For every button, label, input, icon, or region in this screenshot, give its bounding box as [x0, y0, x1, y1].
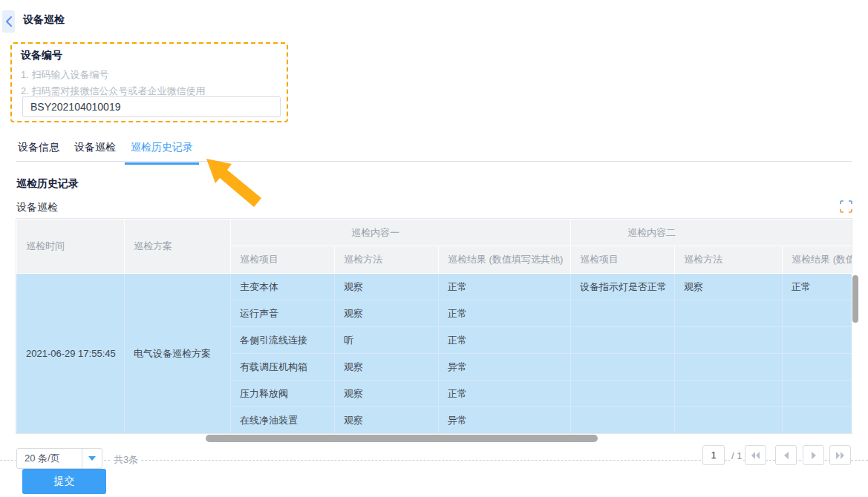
table-scroll-viewport: 巡检时间 巡检方案 巡检内容一 巡检内容二 巡检项目 巡检方法 巡检结果 (数值…: [16, 219, 852, 433]
previous-page-button[interactable]: [775, 445, 797, 465]
fullscreen-icon[interactable]: [840, 200, 852, 213]
page-title: 设备巡检: [23, 13, 65, 27]
cell-c2-method: [675, 354, 783, 381]
cell-c2-item: 设备指示灯是否正常: [571, 274, 675, 300]
cell-c2-item: [571, 407, 675, 434]
horizontal-scrollbar-track: [16, 434, 852, 443]
col-header-plan: 巡检方案: [125, 220, 231, 274]
page-size-dropdown-button[interactable]: [82, 449, 102, 468]
cell-c2-item: [571, 300, 675, 327]
inspection-table-body: 2021-06-29 17:55:45电气设备巡检方案主变本体观察正常设备指示灯…: [17, 274, 852, 434]
group-header-content2: 巡检内容二: [571, 220, 852, 246]
page-size-select[interactable]: 20 条/页: [16, 448, 102, 469]
cell-c1-result: 异常: [439, 354, 571, 381]
section-heading: 巡检历史记录: [16, 177, 79, 191]
cell-c2-result: [783, 300, 852, 327]
last-page-button[interactable]: [829, 445, 851, 465]
device-hint-1: 1. 扫码输入设备编号: [21, 68, 108, 82]
cell-c1-method: 观察: [335, 381, 439, 407]
cell-c1-result: 正常: [439, 300, 571, 327]
cell-c1-method: 观察: [335, 407, 439, 434]
cell-c1-result: 正常: [439, 327, 571, 354]
inspection-history-table: 巡检时间 巡检方案 巡检内容一 巡检内容二 巡检项目 巡检方法 巡检结果 (数值…: [16, 219, 852, 433]
col-header-time: 巡检时间: [17, 220, 125, 274]
cell-c1-item: 在线净油装置: [231, 407, 335, 434]
page-number-input[interactable]: [702, 445, 725, 465]
double-chevron-left-icon: [751, 452, 760, 459]
submit-button[interactable]: 提交: [22, 469, 106, 494]
first-page-button[interactable]: [745, 445, 766, 465]
cell-c2-result: 正常: [783, 274, 852, 300]
cell-time: 2021-06-29 17:55:45: [17, 274, 125, 434]
cell-c2-method: [675, 381, 783, 407]
next-page-button[interactable]: [803, 445, 824, 465]
device-number-label: 设备编号: [21, 49, 62, 62]
cell-c2-result: [783, 354, 852, 381]
cell-c1-item: 主变本体: [231, 274, 335, 300]
cell-c1-result: 正常: [439, 274, 571, 300]
cell-plan: 电气设备巡检方案: [125, 274, 231, 434]
cell-c1-method: 观察: [335, 300, 439, 327]
table-row: 2021-06-29 17:55:45电气设备巡检方案主变本体观察正常设备指示灯…: [17, 274, 852, 300]
double-chevron-right-icon: [835, 452, 845, 459]
cell-c1-item: 各侧引流线连接: [231, 327, 335, 354]
cell-c1-item: 有载调压机构箱: [231, 354, 335, 381]
device-number-input[interactable]: [22, 96, 281, 117]
vertical-scrollbar-thumb[interactable]: [852, 275, 858, 323]
section-subheading: 设备巡检: [16, 201, 58, 214]
chevron-left-icon: [5, 16, 13, 27]
col-header-method-2: 巡检方法: [675, 246, 783, 274]
cell-c1-method: 听: [335, 327, 439, 354]
table-group-header-row: 巡检时间 巡检方案 巡检内容一 巡检内容二: [17, 220, 852, 246]
cell-c2-method: [675, 407, 783, 434]
vertical-scrollbar-track: [852, 273, 859, 433]
back-button[interactable]: [2, 10, 15, 33]
page-total-label: / 1: [730, 450, 743, 461]
cell-c1-result: 正常: [439, 381, 571, 407]
cell-c2-method: 观察: [675, 274, 783, 300]
col-header-result-1: 巡检结果 (数值填写选其他): [439, 246, 571, 274]
col-header-method-1: 巡检方法: [335, 246, 439, 274]
cell-c2-result: [783, 381, 852, 407]
cell-c1-method: 观察: [335, 274, 439, 300]
cell-c2-result: [783, 407, 852, 434]
cell-c1-item: 压力释放阀: [231, 381, 335, 407]
device-inspection-page: 设备巡检 设备编号 1. 扫码输入设备编号 2. 扫码需对接微信公众号或者企业微…: [0, 0, 868, 497]
cell-c2-item: [571, 354, 675, 381]
cell-c2-item: [571, 327, 675, 354]
cell-c1-method: 观察: [335, 354, 439, 381]
cell-c2-result: [783, 327, 852, 354]
caret-down-icon: [88, 456, 96, 461]
cell-c2-method: [675, 327, 783, 354]
chevron-left-icon: [783, 452, 789, 459]
horizontal-scrollbar-thumb[interactable]: [206, 435, 598, 442]
chevron-right-icon: [811, 452, 817, 459]
col-header-item-2: 巡检项目: [571, 246, 675, 274]
tabs-divider: [16, 161, 852, 162]
col-header-item-1: 巡检项目: [231, 246, 335, 274]
page-size-value: 20 条/页: [17, 452, 82, 465]
inspection-history-table-area: 巡检时间 巡检方案 巡检内容一 巡检内容二 巡检项目 巡检方法 巡检结果 (数值…: [16, 219, 859, 443]
col-header-result-2: 巡检结果 (数值填写选其他): [783, 246, 852, 274]
cell-c2-method: [675, 300, 783, 327]
group-header-content1: 巡检内容一: [231, 220, 571, 246]
device-number-panel: 设备编号 1. 扫码输入设备编号 2. 扫码需对接微信公众号或者企业微信使用: [10, 42, 288, 122]
cell-c2-item: [571, 381, 675, 407]
total-count-label: 共3条: [111, 453, 140, 467]
cell-c1-item: 运行声音: [231, 300, 335, 327]
cell-c1-result: 异常: [439, 407, 571, 434]
